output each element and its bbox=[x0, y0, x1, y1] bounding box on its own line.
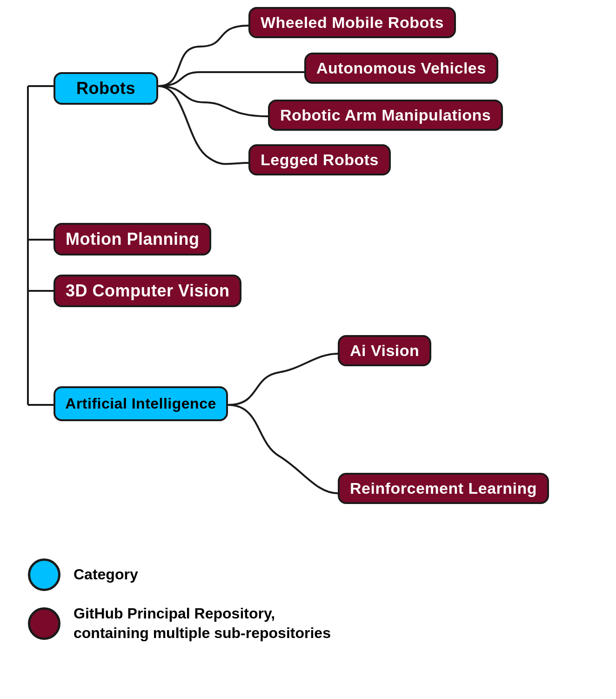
ai-vision-node: Ai Vision bbox=[338, 335, 431, 366]
diagram: Robots Wheeled Mobile Robots Autonomous … bbox=[0, 0, 616, 558]
legend-category-label: Category bbox=[74, 565, 138, 585]
legged-node: Legged Robots bbox=[248, 144, 391, 175]
rl-node: Reinforcement Learning bbox=[338, 473, 549, 504]
legend-repo-label: GitHub Principal Repository, containing … bbox=[74, 604, 331, 643]
autonomous-node: Autonomous Vehicles bbox=[304, 53, 498, 84]
computer-vision-node: 3D Computer Vision bbox=[54, 275, 241, 307]
motion-planning-node: Motion Planning bbox=[54, 223, 211, 255]
robots-node: Robots bbox=[54, 72, 158, 105]
legend-repo-circle bbox=[28, 607, 60, 640]
legend: Category GitHub Principal Repository, co… bbox=[28, 558, 331, 671]
legend-category-circle bbox=[28, 558, 60, 591]
ai-node: Artificial Intelligence bbox=[54, 386, 228, 421]
wheeled-node: Wheeled Mobile Robots bbox=[248, 7, 456, 38]
legend-repo-item: GitHub Principal Repository, containing … bbox=[28, 604, 331, 643]
robotic-arm-node: Robotic Arm Manipulations bbox=[268, 100, 503, 131]
legend-category-item: Category bbox=[28, 558, 331, 591]
